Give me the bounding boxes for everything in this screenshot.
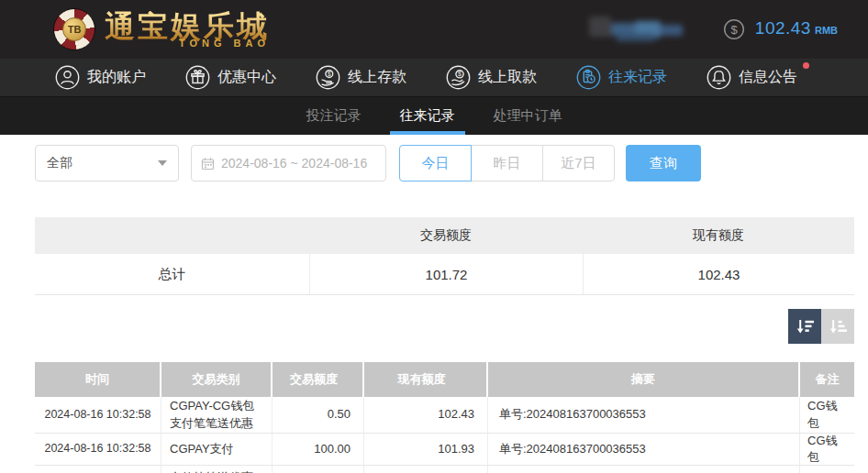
cell-balance: 102.43: [364, 397, 488, 433]
record-subtabs: 投注记录 往来记录 处理中订单: [0, 96, 868, 135]
cell-amount: 0.50: [273, 397, 364, 433]
sort-controls: [35, 309, 854, 344]
cell-time: 2024-08-16 10:32:58: [35, 397, 161, 433]
quick-btn-last7days[interactable]: 近7日: [542, 145, 615, 182]
chevron-down-icon: [158, 160, 167, 166]
summary-total-label: 总计: [35, 254, 309, 294]
cell-balance: 101.93: [364, 434, 488, 465]
nav-label: 往来记录: [608, 68, 667, 87]
table-row: 2024-08-16 10:32:58 CGPAY-CG钱包支付笔笔送优惠 0.…: [35, 397, 854, 434]
nav-label: 我的账户: [87, 68, 146, 87]
cell-summary: 单号:202408163700036553: [488, 397, 800, 433]
chip-monogram: TB: [62, 17, 86, 41]
summary-trade-amount: 101.72: [309, 254, 583, 294]
transactions-table: 时间 交易类别 交易额度 现有额度 摘要 备注 2024-08-16 10:32…: [35, 362, 854, 473]
deposit-icon: $: [316, 65, 340, 90]
transactions-header-row: 时间 交易类别 交易额度 现有额度 摘要 备注: [35, 362, 854, 397]
cell-summary: [488, 466, 800, 473]
table-row: 2024-08-16 10:32:58 CGPAY支付 100.00 101.9…: [35, 434, 854, 466]
nav-label: 优惠中心: [217, 68, 276, 87]
cell-time: [35, 466, 161, 473]
balance-currency: RMB: [815, 25, 838, 36]
search-button[interactable]: 查询: [626, 145, 701, 182]
cell-balance: [364, 466, 488, 473]
cell-category: 存款笔笔送优惠: [161, 466, 273, 473]
col-header-note: 备注: [800, 362, 854, 397]
cell-time: 2024-08-16 10:32:58: [35, 434, 161, 465]
main-nav: 我的账户 优惠中心 $ 线上存款: [0, 59, 868, 96]
sort-descending-button[interactable]: [788, 309, 821, 344]
sort-ascending-button[interactable]: [821, 309, 854, 344]
nav-item-promotions[interactable]: 优惠中心: [185, 65, 276, 90]
nav-item-deposit[interactable]: $ 线上存款: [316, 65, 406, 90]
page: TB 通宝娱乐城 TONG BAO $ 102.43 RMB: [0, 0, 868, 473]
col-header-category: 交易类别: [161, 362, 273, 397]
nav-item-announcements[interactable]: 信息公告: [707, 65, 797, 90]
nav-item-transaction-records[interactable]: 往来记录: [576, 65, 667, 90]
cell-note: CG钱包: [800, 397, 854, 433]
summary-header-row: 交易额度 现有额度: [35, 217, 854, 254]
poker-chip-icon: TB: [53, 8, 95, 50]
tab-bet-records[interactable]: 投注记录: [302, 97, 366, 135]
withdraw-icon: $: [446, 65, 471, 90]
svg-text:$: $: [730, 23, 738, 37]
table-row: 存款笔笔送优惠: [35, 466, 854, 473]
nav-item-my-account[interactable]: 我的账户: [55, 65, 146, 90]
type-select[interactable]: 全部: [35, 145, 179, 182]
dollar-coin-icon: $: [723, 18, 745, 40]
cell-category: CGPAY-CG钱包支付笔笔送优惠: [161, 397, 273, 433]
filter-row: 全部 2024-08-16 ~ 2024-08-16: [35, 145, 868, 182]
tab-transaction-records[interactable]: 往来记录: [395, 97, 460, 135]
type-select-value: 全部: [47, 155, 72, 171]
quick-btn-yesterday[interactable]: 昨日: [471, 145, 543, 182]
svg-text:$: $: [458, 71, 462, 77]
summary-current-amount: 102.43: [583, 254, 854, 294]
balance-amount: 102.43: [755, 18, 811, 38]
summary-total-row: 总计 101.72 102.43: [35, 254, 854, 295]
nav-label: 信息公告: [739, 68, 797, 87]
quick-date-group: 今日 昨日 近7日: [399, 145, 615, 182]
date-range-value: 2024-08-16 ~ 2024-08-16: [221, 156, 367, 170]
svg-text:$: $: [328, 71, 331, 77]
summary-table: 交易额度 现有额度 总计 101.72 102.43: [35, 217, 854, 295]
cell-note: [800, 466, 854, 473]
summary-header-current-amount: 现有额度: [583, 217, 854, 254]
site-subtitle: TONG BAO: [105, 38, 270, 49]
col-header-summary: 摘要: [488, 362, 800, 397]
col-header-time: 时间: [35, 362, 161, 397]
header-right: $ 102.43 RMB: [589, 16, 838, 42]
quick-btn-today[interactable]: 今日: [399, 145, 472, 182]
tab-pending-orders[interactable]: 处理中订单: [489, 97, 567, 135]
bell-icon: [707, 65, 731, 90]
nav-item-withdraw[interactable]: $ 线上取款: [446, 65, 537, 90]
username-redacted: [589, 16, 683, 42]
content-area: 全部 2024-08-16 ~ 2024-08-16: [0, 145, 868, 473]
records-icon: [576, 65, 601, 90]
calendar-icon: [201, 157, 215, 170]
cell-amount: 100.00: [273, 434, 364, 465]
site-logo[interactable]: TB 通宝娱乐城 TONG BAO: [53, 8, 270, 50]
col-header-amount: 交易额度: [273, 362, 364, 397]
cell-amount: [273, 466, 364, 473]
nav-label: 线上取款: [478, 68, 537, 87]
user-icon: [55, 65, 80, 90]
summary-header-trade-amount: 交易额度: [309, 217, 583, 254]
logo-text: 通宝娱乐城 TONG BAO: [105, 11, 270, 49]
notification-badge-dot: [803, 62, 809, 69]
summary-header-empty: [35, 217, 309, 254]
cell-note: CG钱包: [800, 434, 854, 465]
nav-label: 线上存款: [348, 68, 406, 87]
account-balance[interactable]: $ 102.43 RMB: [723, 18, 838, 40]
cell-category: CGPAY支付: [161, 434, 273, 465]
date-range-input[interactable]: 2024-08-16 ~ 2024-08-16: [191, 145, 386, 182]
col-header-balance: 现有额度: [364, 362, 488, 397]
cell-summary: 单号:202408163700036553: [488, 434, 800, 465]
top-header: TB 通宝娱乐城 TONG BAO $ 102.43 RMB: [0, 0, 868, 59]
gift-icon: [185, 65, 210, 90]
